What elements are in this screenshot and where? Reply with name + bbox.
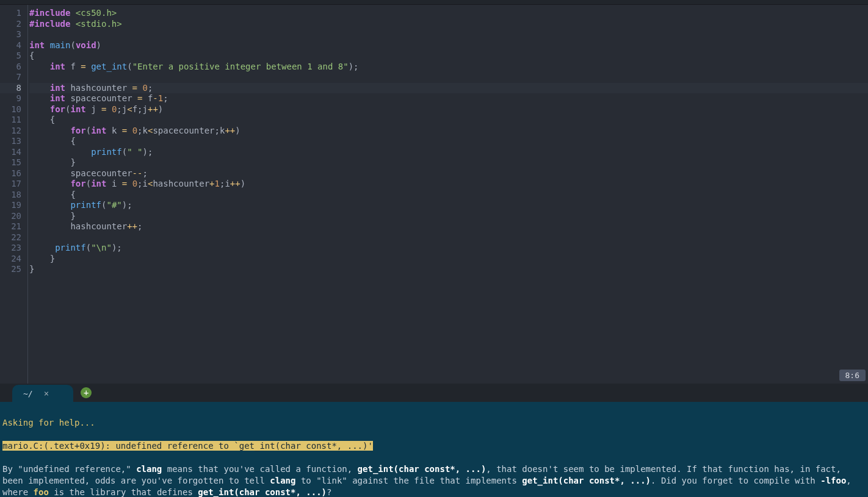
code-line[interactable]: { xyxy=(29,190,868,201)
code-line[interactable]: int f = get_int("Enter a positive intege… xyxy=(29,62,868,73)
line-number: 16 xyxy=(0,168,21,179)
code-line[interactable]: for(int i = 0;i<hashcounter+1;i++) xyxy=(29,179,868,190)
terminal-tab-label: ~/ xyxy=(23,389,33,398)
line-number: 11 xyxy=(0,115,21,126)
code-line[interactable]: hashcounter++; xyxy=(29,221,868,232)
line-number: 18 xyxy=(0,190,21,201)
line-number: 10 xyxy=(0,104,21,115)
code-line[interactable]: } xyxy=(29,254,868,265)
line-number: 9 xyxy=(0,93,21,104)
code-line[interactable] xyxy=(29,29,868,40)
code-line[interactable]: } xyxy=(29,211,868,222)
line-number: 8 xyxy=(0,83,21,94)
terminal-output-asking: Asking for help... xyxy=(2,418,95,427)
code-line[interactable]: int spacecounter = f-1; xyxy=(29,93,868,104)
line-number: 6 xyxy=(0,62,21,73)
terminal-explain: By "undefined reference," clang means th… xyxy=(2,464,856,497)
line-number: 3 xyxy=(0,29,21,40)
terminal-panel[interactable]: Asking for help... mario.C:(.text+0x19):… xyxy=(0,402,868,497)
code-line[interactable] xyxy=(29,232,868,243)
line-number-gutter: 1234567891011121314151617181920212223242… xyxy=(0,5,27,384)
code-line[interactable]: #include <stdio.h> xyxy=(29,19,868,30)
code-line[interactable]: #include <cs50.h> xyxy=(29,8,868,19)
line-number: 2 xyxy=(0,19,21,30)
code-line[interactable]: { xyxy=(29,115,868,126)
line-number: 17 xyxy=(0,179,21,190)
code-line[interactable]: { xyxy=(29,136,868,147)
code-line[interactable]: int hashcounter = 0; xyxy=(29,83,868,94)
code-line[interactable]: int main(void) xyxy=(29,40,868,51)
code-line[interactable] xyxy=(29,72,868,83)
code-line[interactable]: printf("#"); xyxy=(29,200,868,211)
code-line[interactable]: spacecounter--; xyxy=(29,168,868,179)
line-number: 5 xyxy=(0,51,21,62)
line-number: 12 xyxy=(0,126,21,137)
line-number: 15 xyxy=(0,157,21,168)
editor-topbar xyxy=(0,0,868,5)
line-number: 7 xyxy=(0,72,21,83)
cursor-position-indicator: 8:6 xyxy=(839,370,866,381)
code-line[interactable]: } xyxy=(29,157,868,168)
line-number: 23 xyxy=(0,243,21,254)
terminal-tab-strip: ~/ × + xyxy=(0,384,868,402)
line-number: 24 xyxy=(0,254,21,265)
add-terminal-tab-button[interactable]: + xyxy=(81,387,92,398)
line-number: 19 xyxy=(0,200,21,211)
line-number: 21 xyxy=(0,221,21,232)
code-line[interactable]: printf("\n"); xyxy=(29,243,868,254)
line-number: 14 xyxy=(0,147,21,158)
line-number: 20 xyxy=(0,211,21,222)
code-content[interactable]: #include <cs50.h>#include <stdio.h> int … xyxy=(27,5,868,384)
code-line[interactable]: { xyxy=(29,51,868,62)
code-editor[interactable]: 1234567891011121314151617181920212223242… xyxy=(0,5,868,384)
code-line[interactable]: printf(" "); xyxy=(29,147,868,158)
line-number: 13 xyxy=(0,136,21,147)
line-number: 1 xyxy=(0,8,21,19)
terminal-tab-home[interactable]: ~/ × xyxy=(12,385,73,402)
terminal-error-highlight: mario.C:(.text+0x19): undefined referenc… xyxy=(2,441,373,451)
line-number: 25 xyxy=(0,264,21,275)
close-icon[interactable]: × xyxy=(44,388,49,398)
code-line[interactable]: for(int k = 0;k<spacecounter;k++) xyxy=(29,126,868,137)
code-line[interactable]: for(int j = 0;j<f;j++) xyxy=(29,104,868,115)
line-number: 4 xyxy=(0,40,21,51)
code-line[interactable]: } xyxy=(29,264,868,275)
line-number: 22 xyxy=(0,232,21,243)
